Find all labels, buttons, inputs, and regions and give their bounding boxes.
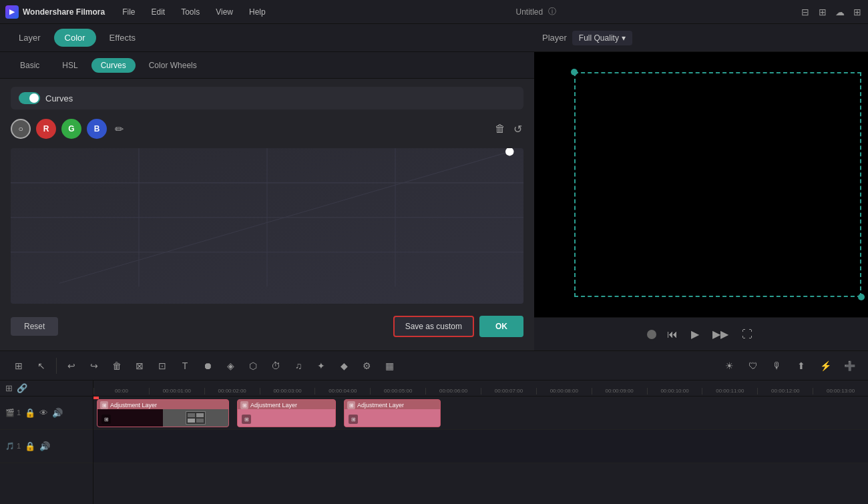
player-handle-br[interactable] (858, 294, 865, 300)
ruler-mark-10: 00:00:10:00 (647, 388, 702, 395)
clip-2-badge: ⊞ (242, 415, 251, 424)
clip-1[interactable]: ⊞ Adjustment Layer (97, 399, 229, 427)
title-bar-center: Untitled ⓘ (275, 6, 797, 17)
track-eye-icon[interactable]: 👁 (39, 408, 48, 418)
crop-btn[interactable]: ⊠ (129, 355, 150, 376)
clip-2[interactable]: ⊞ Adjustment Layer ⊞ (237, 399, 336, 427)
curves-toggle[interactable] (19, 92, 40, 104)
channel-green-btn[interactable]: G (61, 119, 81, 139)
bottom-section: ⊞ ↖ ↩ ↪ 🗑 ⊠ ⊡ T ⏺ ◈ ⬡ ⏱ ♫ ✦ ◆ ⚙ ▦ ☀ 🛡 🎙 … (0, 350, 868, 504)
video-track-row: ⊞ Adjustment Layer (93, 397, 868, 430)
subtab-curves[interactable]: Curves (91, 58, 136, 73)
menu-help[interactable]: Help (242, 5, 272, 19)
toggle-knob (29, 93, 39, 103)
menu-file[interactable]: File (116, 5, 142, 19)
clip-3-label: Adjustment Layer (357, 402, 404, 409)
ruler-mark-9: 00:00:09:00 (592, 388, 647, 395)
separator-1 (56, 358, 57, 374)
effects-btn[interactable]: ✦ (310, 355, 332, 376)
channel-blue-btn[interactable]: B (87, 119, 107, 139)
title-bar-right: ⊟ ⊞ ☁ ⊞ (800, 7, 863, 17)
channels-row: ○ R G B ✏ 🗑 ↺ (11, 116, 523, 142)
maximize-btn[interactable]: ⊞ (817, 7, 828, 17)
play-btn[interactable]: ▶ (688, 325, 702, 343)
track-num: 🎬 1 (5, 409, 21, 417)
tab-layer[interactable]: Layer (8, 29, 51, 47)
ai-btn[interactable]: ⚙ (356, 355, 377, 376)
subtab-basic[interactable]: Basic (11, 58, 49, 73)
info-icon[interactable]: ⓘ (548, 6, 556, 17)
scene-btn[interactable]: ▦ (379, 355, 400, 376)
color-btn[interactable]: ⬡ (242, 355, 264, 376)
reset-curve-btn[interactable]: ↺ (512, 121, 523, 137)
player-label: Player (542, 33, 567, 43)
quality-select[interactable]: Full Quality ▾ (572, 31, 632, 45)
menu-bar: ▶ Wondershare Filmora File Edit Tools Vi… (0, 0, 868, 24)
export-btn[interactable]: ⬆ (791, 355, 812, 376)
reset-button[interactable]: Reset (11, 317, 58, 336)
select-btn[interactable]: ↖ (31, 355, 52, 376)
redo-btn[interactable]: ↪ (83, 355, 105, 376)
tab-color[interactable]: Color (54, 29, 96, 47)
clip-1-icon: ⊞ (100, 401, 108, 409)
clip-3[interactable]: ⊞ Adjustment Layer ⊞ (344, 399, 441, 427)
tab-effects[interactable]: Effects (99, 29, 147, 47)
add-track-icon[interactable]: ⊞ (5, 383, 13, 393)
delete-btn[interactable]: 🗑 (106, 355, 128, 376)
audio-btn[interactable]: ♫ (288, 355, 309, 376)
transform-btn[interactable]: ⊡ (152, 355, 173, 376)
motion-btn[interactable]: ◈ (220, 355, 241, 376)
speed-btn[interactable]: ⏱ (265, 355, 286, 376)
text-btn[interactable]: T (174, 355, 196, 376)
clip-3-thumbnail (345, 409, 440, 427)
track-lock-icon[interactable]: 🔒 (25, 408, 35, 418)
step-back-btn[interactable]: ⏮ (664, 326, 680, 343)
fullscreen-btn[interactable]: ⛶ (739, 326, 755, 343)
player-handle-tl[interactable] (571, 69, 578, 75)
record-btn[interactable]: ⏺ (197, 355, 218, 376)
audio-vol-icon[interactable]: 🔊 (39, 441, 50, 451)
menu-tools[interactable]: Tools (174, 5, 206, 19)
eyedropper-btn[interactable]: ✏ (115, 123, 124, 136)
grid-btn[interactable]: ⊞ (852, 7, 863, 17)
player-dashed-border (574, 72, 861, 297)
subtab-hsl[interactable]: HSL (53, 58, 87, 73)
cloud-btn[interactable]: ☁ (835, 7, 845, 17)
ok-button[interactable]: OK (479, 316, 523, 337)
shield-btn[interactable]: 🛡 (742, 355, 764, 376)
right-btns: Save as custom OK (393, 316, 523, 337)
subtab-colorwheels[interactable]: Color Wheels (140, 58, 206, 73)
add-media-btn[interactable]: ⊞ (8, 355, 29, 376)
ruler-mark-1: 00:00:01:00 (149, 388, 204, 395)
audio-lock-icon[interactable]: 🔒 (25, 441, 35, 451)
timeline-ruler: 00:00 00:00:01:00 00:00:02:00 00:00:03:0… (93, 381, 868, 397)
project-title: Untitled (515, 7, 543, 17)
save-custom-button[interactable]: Save as custom (393, 316, 474, 337)
minimize-btn[interactable]: ⊟ (800, 7, 811, 17)
ruler-mark-3: 00:00:03:00 (260, 388, 315, 395)
curve-editor[interactable] (11, 148, 523, 304)
sun-btn[interactable]: ☀ (718, 355, 740, 376)
step-forward-btn[interactable]: ▶▶ (710, 325, 731, 343)
channel-red-btn[interactable]: R (36, 119, 56, 139)
left-content: Layer Color Effects Basic HSL Curves Col… (0, 24, 534, 350)
delete-curve-btn[interactable]: 🗑 (493, 121, 507, 137)
menu-edit[interactable]: Edit (144, 5, 172, 19)
link-icon[interactable]: 🔗 (17, 383, 27, 393)
mic-btn[interactable]: 🎙 (767, 355, 788, 376)
timeline-left: ⊞ 🔗 🎬 1 🔒 👁 🔊 🎵 1 🔒 🔊 (0, 381, 93, 504)
menu-view[interactable]: View (209, 5, 240, 19)
channel-white-btn[interactable]: ○ (11, 119, 31, 139)
ruler-mark-5: 00:00:05:00 (370, 388, 425, 395)
sub-tabs: Basic HSL Curves Color Wheels (0, 52, 534, 79)
main-tabs: Layer Color Effects (0, 24, 534, 52)
auto-btn[interactable]: ⚡ (815, 355, 836, 376)
ruler-marks: 00:00 00:00:01:00 00:00:02:00 00:00:03:0… (93, 388, 868, 395)
undo-btn[interactable]: ↩ (61, 355, 82, 376)
app-icon: ▶ (5, 5, 19, 19)
track-vol-icon[interactable]: 🔊 (52, 408, 63, 418)
channel-white-icon: ○ (18, 124, 23, 134)
add-track-btn[interactable]: ➕ (839, 355, 860, 376)
app-name: Wondershare Filmora (23, 7, 105, 17)
keyframe-btn[interactable]: ◆ (333, 355, 355, 376)
